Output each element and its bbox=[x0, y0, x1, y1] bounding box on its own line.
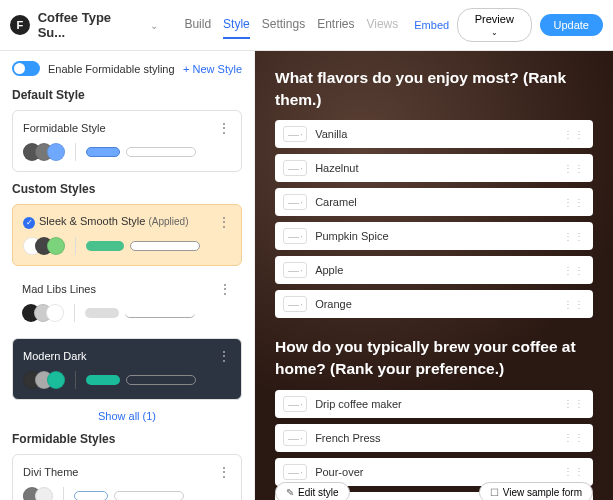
rank-item-label: Drip coffee maker bbox=[315, 398, 402, 410]
update-button[interactable]: Update bbox=[540, 14, 603, 36]
drag-handle-icon[interactable]: — · bbox=[283, 160, 307, 176]
drag-handle-icon[interactable]: — · bbox=[283, 430, 307, 446]
input-preview bbox=[114, 491, 184, 500]
grip-icon[interactable]: ⋮⋮ bbox=[563, 129, 585, 140]
section-custom-styles: Custom Styles bbox=[12, 182, 242, 196]
style-name: ✓Sleek & Smooth Style (Applied) bbox=[23, 215, 188, 229]
kebab-icon[interactable]: ⋮ bbox=[217, 465, 231, 479]
check-icon: ✓ bbox=[23, 217, 35, 229]
grip-icon[interactable]: ⋮⋮ bbox=[563, 466, 585, 477]
section-default-style: Default Style bbox=[12, 88, 242, 102]
input-preview bbox=[126, 147, 196, 157]
tab-views: Views bbox=[366, 11, 398, 39]
rank-item-label: Apple bbox=[315, 264, 343, 276]
grip-icon[interactable]: ⋮⋮ bbox=[563, 231, 585, 242]
header-tabs: Build Style Settings Entries Views bbox=[184, 11, 398, 39]
rank-item[interactable]: — ·Pumpkin Spice⋮⋮ bbox=[275, 222, 593, 250]
rank-item[interactable]: — ·Hazelnut⋮⋮ bbox=[275, 154, 593, 182]
tab-style[interactable]: Style bbox=[223, 11, 250, 39]
rank-item-label: Vanilla bbox=[315, 128, 347, 140]
color-swatches bbox=[23, 371, 65, 389]
tab-build[interactable]: Build bbox=[184, 11, 211, 39]
style-card-modern-dark[interactable]: Modern Dark ⋮ bbox=[12, 338, 242, 400]
rank-item-label: Pour-over bbox=[315, 466, 363, 478]
pencil-icon: ✎ bbox=[286, 487, 294, 498]
input-preview bbox=[130, 241, 200, 251]
style-card-divi[interactable]: Divi Theme ⋮ bbox=[12, 454, 242, 500]
rank-item[interactable]: — ·Apple⋮⋮ bbox=[275, 256, 593, 284]
edit-style-button[interactable]: ✎Edit style bbox=[275, 482, 350, 500]
kebab-icon[interactable]: ⋮ bbox=[217, 349, 231, 363]
style-name: Formidable Style bbox=[23, 122, 106, 134]
grip-icon[interactable]: ⋮⋮ bbox=[563, 163, 585, 174]
drag-handle-icon[interactable]: — · bbox=[283, 228, 307, 244]
enable-styling-toggle[interactable] bbox=[12, 61, 40, 76]
show-all-link[interactable]: Show all (1) bbox=[12, 410, 242, 422]
drag-handle-icon[interactable]: — · bbox=[283, 296, 307, 312]
tab-settings[interactable]: Settings bbox=[262, 11, 305, 39]
drag-handle-icon[interactable]: — · bbox=[283, 126, 307, 142]
rank-item-label: Hazelnut bbox=[315, 162, 358, 174]
button-preview bbox=[86, 147, 120, 157]
form-title[interactable]: Coffee Type Su... bbox=[38, 10, 141, 40]
style-card-mad-libs[interactable]: Mad Libs Lines ⋮ bbox=[12, 276, 242, 328]
rank-item[interactable]: — ·Caramel⋮⋮ bbox=[275, 188, 593, 216]
rank-item-label: French Press bbox=[315, 432, 380, 444]
style-name: Mad Libs Lines bbox=[22, 283, 96, 295]
input-preview bbox=[126, 375, 196, 385]
rank-item-label: Caramel bbox=[315, 196, 357, 208]
grip-icon[interactable]: ⋮⋮ bbox=[563, 299, 585, 310]
rank-item[interactable]: — ·Drip coffee maker⋮⋮ bbox=[275, 390, 593, 418]
style-sidebar: Enable Formidable styling + New Style De… bbox=[0, 51, 255, 500]
tab-entries[interactable]: Entries bbox=[317, 11, 354, 39]
chevron-down-icon[interactable]: ⌄ bbox=[150, 20, 158, 31]
enable-styling-label: Enable Formidable styling bbox=[48, 63, 175, 75]
kebab-icon[interactable]: ⋮ bbox=[217, 121, 231, 135]
grip-icon[interactable]: ⋮⋮ bbox=[563, 398, 585, 409]
grip-icon[interactable]: ⋮⋮ bbox=[563, 265, 585, 276]
color-swatches bbox=[22, 304, 64, 322]
button-preview bbox=[74, 491, 108, 500]
drag-handle-icon[interactable]: — · bbox=[283, 194, 307, 210]
chevron-down-icon: ⌄ bbox=[491, 28, 498, 37]
preview-button[interactable]: Preview ⌄ bbox=[457, 8, 531, 42]
drag-handle-icon[interactable]: — · bbox=[283, 464, 307, 480]
style-name: Divi Theme bbox=[23, 466, 78, 478]
rank-item-label: Pumpkin Spice bbox=[315, 230, 388, 242]
button-preview bbox=[86, 241, 124, 251]
input-preview bbox=[125, 308, 195, 318]
question-1: What flavors do you enjoy most? (Rank th… bbox=[275, 67, 593, 110]
header-bar: F Coffee Type Su... ⌄ Build Style Settin… bbox=[0, 0, 613, 51]
button-preview bbox=[85, 308, 119, 318]
view-sample-form-button[interactable]: ☐View sample form bbox=[479, 482, 593, 500]
color-swatches bbox=[23, 487, 53, 500]
button-preview bbox=[86, 375, 120, 385]
drag-handle-icon[interactable]: — · bbox=[283, 396, 307, 412]
main-layout: Enable Formidable styling + New Style De… bbox=[0, 51, 613, 500]
grip-icon[interactable]: ⋮⋮ bbox=[563, 197, 585, 208]
grip-icon[interactable]: ⋮⋮ bbox=[563, 432, 585, 443]
rank-item[interactable]: — ·Orange⋮⋮ bbox=[275, 290, 593, 318]
kebab-icon[interactable]: ⋮ bbox=[218, 282, 232, 296]
form-preview: What flavors do you enjoy most? (Rank th… bbox=[255, 51, 613, 500]
app-logo-icon: F bbox=[10, 15, 30, 35]
style-card-sleek-smooth[interactable]: ✓Sleek & Smooth Style (Applied) ⋮ bbox=[12, 204, 242, 266]
style-card-formidable[interactable]: Formidable Style ⋮ bbox=[12, 110, 242, 172]
rank-item-label: Orange bbox=[315, 298, 352, 310]
style-name: Modern Dark bbox=[23, 350, 87, 362]
rank-item[interactable]: — ·Vanilla⋮⋮ bbox=[275, 120, 593, 148]
rank-item[interactable]: — ·French Press⋮⋮ bbox=[275, 424, 593, 452]
section-formidable-styles: Formidable Styles bbox=[12, 432, 242, 446]
page-icon: ☐ bbox=[490, 487, 499, 498]
color-swatches bbox=[23, 237, 65, 255]
color-swatches bbox=[23, 143, 65, 161]
kebab-icon[interactable]: ⋮ bbox=[217, 215, 231, 229]
drag-handle-icon[interactable]: — · bbox=[283, 262, 307, 278]
embed-link[interactable]: Embed bbox=[414, 19, 449, 31]
new-style-link[interactable]: + New Style bbox=[183, 63, 242, 75]
question-2: How do you typically brew your coffee at… bbox=[275, 336, 593, 379]
